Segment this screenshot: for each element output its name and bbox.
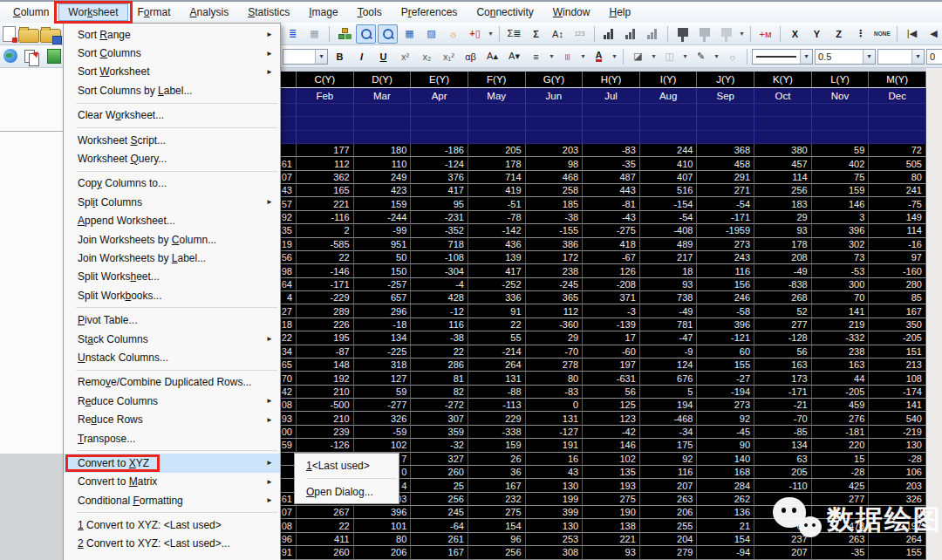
table-cell[interactable]: 291 bbox=[697, 171, 754, 184]
table-cell[interactable]: 75 bbox=[812, 171, 870, 184]
new-sheet-icon[interactable] bbox=[3, 26, 16, 42]
table-cell[interactable]: 112 bbox=[526, 304, 584, 318]
table-cell[interactable]: 219 bbox=[812, 318, 870, 331]
table-cell[interactable]: 207 bbox=[640, 479, 698, 492]
table-cell[interactable]: 428 bbox=[411, 291, 468, 304]
table-cell[interactable]: 134 bbox=[754, 439, 812, 452]
combo-dropdown-icon[interactable]: ▾ bbox=[863, 50, 875, 64]
month-cell[interactable]: Feb bbox=[297, 88, 354, 104]
selected-blank-cell[interactable] bbox=[869, 104, 926, 117]
table-cell[interactable]: 43 bbox=[526, 466, 584, 479]
duplicate-book-icon[interactable]: ≣ bbox=[283, 24, 303, 44]
table-cell[interactable]: 193 bbox=[583, 479, 640, 492]
table-cell[interactable]: 154 bbox=[697, 533, 754, 546]
menu-item-split-workbooks[interactable]: Split Workbooks... bbox=[64, 286, 280, 304]
table-cell[interactable]: 407 bbox=[640, 171, 698, 184]
month-cell[interactable]: Jul bbox=[583, 88, 640, 104]
table-cell[interactable]: 327 bbox=[411, 453, 468, 466]
table-cell[interactable]: -85 bbox=[754, 426, 812, 439]
month-cell[interactable]: May bbox=[468, 88, 526, 104]
table-cell[interactable]: 468 bbox=[526, 171, 584, 184]
align-icon[interactable]: ≡ bbox=[526, 47, 546, 66]
table-cell[interactable]: 80 bbox=[526, 372, 584, 385]
table-cell[interactable]: -116 bbox=[297, 211, 354, 224]
table-cell[interactable]: 56 bbox=[583, 386, 640, 399]
table-cell[interactable]: 221 bbox=[297, 197, 354, 210]
table-cell[interactable]: 56 bbox=[754, 345, 812, 359]
table-cell[interactable]: 55 bbox=[468, 331, 526, 345]
selected-blank-cell[interactable] bbox=[754, 131, 812, 144]
table-cell[interactable]: 159 bbox=[468, 439, 526, 452]
table-cell[interactable]: -146 bbox=[297, 264, 354, 277]
table-cell[interactable]: -59 bbox=[354, 426, 412, 439]
table-cell[interactable]: -244 bbox=[354, 211, 412, 224]
table-cell[interactable]: 273 bbox=[697, 399, 754, 412]
underline-button[interactable]: U bbox=[373, 47, 393, 66]
table-cell[interactable]: -38 bbox=[411, 331, 468, 345]
column-header[interactable]: I(Y) bbox=[640, 72, 698, 88]
table-cell[interactable]: -219 bbox=[869, 426, 926, 439]
menu-item-convert-to-xyz[interactable]: Convert to XYZ► bbox=[64, 454, 280, 472]
table-cell[interactable]: 167 bbox=[869, 304, 926, 318]
selected-blank-cell[interactable] bbox=[583, 117, 640, 130]
table-cell[interactable]: 359 bbox=[411, 426, 468, 439]
merge-cells-icon[interactable]: ||| bbox=[557, 47, 577, 66]
table-cell[interactable]: 141 bbox=[869, 399, 926, 412]
table-cell[interactable]: -181 bbox=[812, 426, 870, 439]
table-cell[interactable]: 96 bbox=[468, 533, 526, 546]
table-cell[interactable]: 206 bbox=[640, 506, 698, 519]
table-cell[interactable]: -229 bbox=[297, 291, 354, 304]
table-cell[interactable]: 167 bbox=[468, 479, 526, 492]
table-cell[interactable]: 326 bbox=[354, 412, 412, 425]
filter-clear-icon[interactable] bbox=[716, 24, 736, 44]
table-cell[interactable]: 241 bbox=[869, 184, 926, 197]
superscript-button[interactable]: x² bbox=[395, 47, 415, 66]
table-cell[interactable]: 676 bbox=[640, 372, 698, 385]
menubar-connectivity[interactable]: Connectivity bbox=[467, 3, 543, 21]
table-cell[interactable]: -127 bbox=[526, 426, 584, 439]
month-cell[interactable]: Apr bbox=[411, 88, 468, 104]
highlight-icon[interactable]: ☼ bbox=[722, 47, 742, 66]
selected-blank-cell[interactable] bbox=[411, 104, 468, 117]
table-cell[interactable]: 92 bbox=[697, 412, 754, 425]
table-cell[interactable]: -42 bbox=[583, 426, 640, 439]
table-cell[interactable]: 130 bbox=[869, 439, 926, 452]
stamp-dropdown-icon[interactable]: ▾ bbox=[681, 52, 689, 60]
selected-blank-cell[interactable] bbox=[697, 104, 754, 117]
table-cell[interactable]: 443 bbox=[583, 184, 640, 197]
table-cell[interactable]: 436 bbox=[468, 238, 526, 251]
column-chart-icon[interactable] bbox=[599, 24, 619, 44]
table-cell[interactable]: 106 bbox=[869, 466, 926, 479]
selected-blank-cell[interactable] bbox=[354, 131, 412, 144]
table-cell[interactable]: -54 bbox=[697, 197, 754, 210]
table-cell[interactable]: 419 bbox=[468, 184, 526, 197]
paste-icon[interactable] bbox=[47, 49, 61, 64]
table-cell[interactable]: 276 bbox=[812, 412, 870, 425]
menubar-column[interactable]: Column bbox=[3, 3, 58, 21]
table-cell[interactable]: -231 bbox=[411, 211, 468, 224]
project-explorer-icon[interactable] bbox=[334, 24, 354, 44]
table-cell[interactable]: 149 bbox=[869, 211, 926, 224]
table-cell[interactable]: 262 bbox=[697, 493, 754, 506]
table-cell[interactable]: 21 bbox=[697, 519, 754, 532]
table-cell[interactable]: -205 bbox=[812, 386, 870, 399]
italic-button[interactable]: I bbox=[352, 47, 372, 66]
table-cell[interactable]: 110 bbox=[354, 157, 412, 170]
table-cell[interactable]: 376 bbox=[411, 171, 468, 184]
table-cell[interactable]: 238 bbox=[812, 345, 870, 359]
menu-item-sort-columns-by-label[interactable]: Sort Columns by Label... bbox=[64, 81, 280, 99]
table-cell[interactable]: 15 bbox=[812, 453, 870, 466]
menu-item-sort-range[interactable]: Sort Range► bbox=[64, 25, 280, 44]
fill-color-icon[interactable]: ◪ bbox=[628, 47, 648, 66]
font-size-combo[interactable]: ▾ bbox=[283, 49, 328, 65]
table-cell[interactable]: 135 bbox=[583, 466, 640, 479]
table-cell[interactable]: 70 bbox=[812, 291, 870, 304]
table-cell[interactable]: -51 bbox=[468, 197, 526, 210]
table-cell[interactable]: -245 bbox=[526, 278, 584, 291]
table-cell[interactable]: 268 bbox=[754, 291, 812, 304]
pencil-icon[interactable]: ✎ bbox=[691, 47, 711, 66]
save-folder-icon[interactable] bbox=[40, 29, 61, 43]
column-header[interactable]: E(Y) bbox=[411, 72, 468, 88]
month-cell[interactable]: Aug bbox=[640, 88, 698, 104]
table-cell[interactable]: -58 bbox=[697, 304, 754, 318]
